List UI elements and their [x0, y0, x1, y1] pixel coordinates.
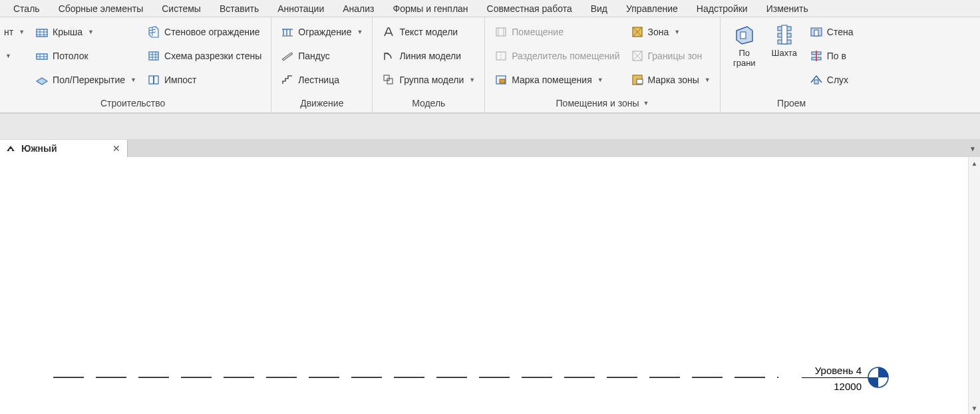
vertical-scrollbar[interactable]: ▲ ▼ — [968, 157, 980, 414]
close-icon[interactable]: ✕ — [112, 143, 120, 154]
railing-button[interactable]: Ограждение▼ — [277, 21, 367, 43]
floor-icon — [35, 73, 49, 87]
tab-addins[interactable]: Надстройки — [687, 1, 757, 16]
tab-steel[interactable]: Сталь — [4, 1, 49, 16]
tab-view[interactable]: Вид — [581, 1, 617, 16]
area-tag-icon — [631, 73, 644, 87]
drawing-area[interactable]: Уровень 4 12000 — [0, 157, 968, 414]
tab-modify[interactable]: Изменить — [757, 1, 818, 16]
model-group-button[interactable]: Группа модели▼ — [378, 69, 479, 91]
model-text-icon — [382, 25, 395, 39]
svg-rect-26 — [496, 28, 506, 36]
svg-rect-24 — [384, 75, 389, 81]
stair-button[interactable]: Лестница — [277, 69, 367, 91]
shaft-icon — [774, 24, 795, 45]
curtain-wall-icon — [147, 25, 160, 39]
curtain-grid-button[interactable]: Схема разрезки стены — [143, 45, 265, 67]
svg-rect-51 — [814, 80, 818, 84]
svg-rect-41 — [740, 32, 746, 39]
model-group-icon — [382, 73, 395, 87]
svg-rect-47 — [814, 30, 818, 36]
level-elevation-label[interactable]: 12000 — [834, 381, 862, 392]
svg-rect-0 — [37, 29, 47, 37]
tab-precast[interactable]: Сборные элементы — [49, 1, 153, 16]
floor-button[interactable]: Пол/Перекрытие▼ — [31, 69, 140, 91]
area-icon — [631, 25, 644, 39]
ceiling-icon — [35, 49, 49, 63]
ceiling-button[interactable]: Потолок — [31, 45, 140, 67]
chevron-down-icon: ▼ — [130, 77, 136, 83]
roof-button[interactable]: Крыша▼ — [31, 21, 140, 43]
shaft-button[interactable]: Шахта — [766, 21, 803, 95]
ramp-button[interactable]: Пандус — [277, 45, 367, 67]
level-head-icon[interactable] — [867, 366, 890, 389]
mullion-button[interactable]: Импост — [143, 69, 265, 91]
level-line[interactable] — [53, 374, 778, 381]
room-button: Помещение — [490, 21, 623, 43]
room-icon — [494, 25, 508, 39]
view-tabs-overflow-icon[interactable]: ▼ — [969, 145, 976, 152]
level-rule — [802, 377, 868, 378]
view-tab-active[interactable]: Южный ✕ — [0, 140, 128, 157]
room-tag-icon — [494, 73, 508, 87]
model-text-button[interactable]: Текст модели — [378, 21, 479, 43]
dormer-button[interactable]: Слух — [806, 69, 858, 91]
unknown-button-partial[interactable] — [0, 69, 29, 91]
tab-massing[interactable]: Формы и генплан — [383, 1, 477, 16]
panel-label-rooms[interactable]: Помещения и зоны ▼ — [490, 95, 715, 112]
chevron-down-icon: ▼ — [674, 29, 680, 35]
svg-rect-12 — [149, 52, 158, 60]
panel-build: нт▼ ▼ Крыша▼ Потолок Пол/Перекрытие▼ — [0, 17, 271, 112]
chevron-down-icon: ▼ — [357, 29, 363, 35]
roof-icon — [35, 25, 49, 39]
options-bar — [0, 113, 980, 140]
railing-icon — [281, 25, 294, 39]
by-face-button[interactable]: По грани — [726, 21, 763, 95]
panel-label-build: Строительство — [0, 95, 265, 112]
ribbon: нт▼ ▼ Крыша▼ Потолок Пол/Перекрытие▼ — [0, 17, 980, 113]
area-button[interactable]: Зона▼ — [627, 21, 715, 43]
model-line-button[interactable]: Линия модели — [378, 45, 479, 67]
chevron-down-icon: ▼ — [469, 77, 475, 83]
ramp-icon — [281, 49, 294, 63]
scroll-down-icon[interactable]: ▼ — [969, 402, 980, 414]
vertical-opening-icon — [810, 49, 823, 63]
panel-label-model: Модель — [378, 95, 479, 112]
tab-manage[interactable]: Управление — [617, 1, 687, 16]
svg-rect-18 — [153, 76, 154, 84]
panel-label-circulation: Движение — [277, 95, 367, 112]
by-face-icon — [734, 24, 755, 45]
tab-collaborate[interactable]: Совместная работа — [478, 1, 581, 16]
area-tag-button[interactable]: Марка зоны▼ — [627, 69, 715, 91]
wall-opening-button[interactable]: Стена — [806, 21, 858, 43]
curtain-wall-button[interactable]: Стеновое ограждение — [143, 21, 265, 43]
component-button-partial[interactable]: нт▼ — [0, 21, 29, 43]
tab-analyze[interactable]: Анализ — [333, 1, 383, 16]
chevron-down-icon: ▼ — [19, 29, 25, 35]
panel-label-opening: Проем — [726, 95, 858, 112]
panel-rooms-areas: Помещение Разделитель помещений Марка по… — [485, 17, 721, 112]
elevation-icon — [5, 143, 16, 154]
chevron-down-icon: ▼ — [5, 53, 11, 59]
tab-insert[interactable]: Вставить — [210, 1, 268, 16]
vertical-opening-button[interactable]: По в — [806, 45, 858, 67]
level-name-label[interactable]: Уровень 4 — [815, 365, 862, 376]
tab-systems[interactable]: Системы — [152, 1, 210, 16]
stair-icon — [281, 73, 294, 87]
column-button-partial[interactable]: ▼ — [0, 45, 29, 67]
room-separator-icon — [494, 49, 508, 63]
room-tag-button[interactable]: Марка помещения▼ — [490, 69, 623, 91]
chevron-down-icon: ▼ — [88, 29, 94, 35]
wall-opening-icon — [810, 25, 823, 39]
ribbon-tab-strip: Сталь Сборные элементы Системы Вставить … — [0, 0, 980, 17]
mullion-icon — [147, 73, 160, 87]
view-tab-strip: Южный ✕ ▼ — [0, 140, 980, 157]
svg-rect-32 — [500, 79, 505, 83]
tab-annotate[interactable]: Аннотации — [268, 1, 333, 16]
curtain-grid-icon — [147, 49, 160, 63]
svg-rect-40 — [637, 79, 643, 84]
panel-circulation: Ограждение▼ Пандус Лестница Движение — [271, 17, 373, 112]
area-boundary-icon — [631, 49, 644, 63]
area-boundary-button: Границы зон — [627, 45, 715, 67]
scroll-up-icon[interactable]: ▲ — [969, 157, 980, 169]
